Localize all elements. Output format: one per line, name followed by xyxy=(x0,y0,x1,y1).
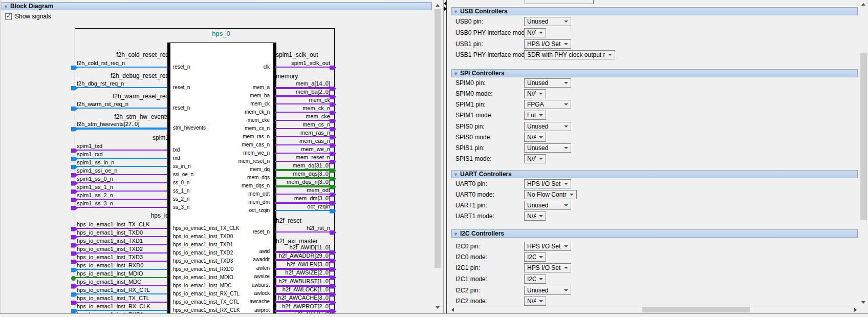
port-direction-icon xyxy=(330,250,336,255)
chevron-down-icon xyxy=(564,147,568,149)
right-scroll-down-icon[interactable] xyxy=(859,299,867,306)
param-label: SPIS0 pin: xyxy=(455,123,485,130)
port-direction-icon xyxy=(330,177,336,181)
application-window: ▾ Block Diagram ✓ Show signals hps_0 f2h… xyxy=(0,0,868,317)
block-title: hps_0 xyxy=(196,30,247,37)
signal-label: spim1_ss_0_n xyxy=(77,176,113,182)
panel-splitter[interactable] xyxy=(442,0,448,313)
port-direction-icon xyxy=(330,284,336,289)
param-dropdown[interactable]: Unused xyxy=(524,143,571,153)
right-scroll-left-icon[interactable] xyxy=(449,306,456,313)
port-direction-icon xyxy=(330,111,336,115)
port-direction-icon xyxy=(330,127,336,132)
param-label: I2C2 mode: xyxy=(455,298,487,305)
param-dropdown[interactable]: N/A xyxy=(524,154,546,163)
section-collapse-icon[interactable]: ▾ xyxy=(454,231,457,237)
right-scroll-up-icon[interactable] xyxy=(859,1,867,8)
show-signals-row: ✓ Show signals xyxy=(5,13,51,20)
param-dropdown[interactable]: N/A xyxy=(524,89,546,98)
dropdown-value: SDR with PHY clock output mode xyxy=(527,51,605,58)
section-header-uart-controllers[interactable]: ▾UART Controllers xyxy=(451,170,858,178)
signal-label: hps_io_emac1_inst_TXD3 xyxy=(77,254,143,260)
chevron-down-icon xyxy=(539,300,543,302)
signal-wire xyxy=(275,161,333,162)
port-label: txd xyxy=(173,147,180,153)
port-label: ss_0_n xyxy=(173,180,189,185)
block-diagram-header[interactable]: ▾ Block Diagram xyxy=(2,2,432,10)
signal-wire xyxy=(75,191,167,192)
param-dropdown[interactable]: N/A xyxy=(524,297,546,306)
port-label: ss_in_n xyxy=(173,163,190,169)
splitter-collapse-left-icon[interactable] xyxy=(444,2,446,6)
dropdown-value: N/A xyxy=(527,90,536,97)
signal-label: hps_io_emac1_inst_TX_CTL xyxy=(77,295,149,301)
port-label: clk xyxy=(194,64,270,70)
section-header-spi-controllers[interactable]: ▾SPI Controllers xyxy=(451,69,858,77)
port-direction-icon xyxy=(330,276,336,280)
param-label: SPIM0 mode: xyxy=(455,90,493,97)
param-dropdown[interactable]: N/A xyxy=(524,133,546,142)
chevron-down-icon xyxy=(539,256,543,258)
show-signals-checkbox[interactable]: ✓ xyxy=(5,13,12,20)
interface-group-label: f2h_debug_reset_req xyxy=(41,72,169,79)
param-dropdown[interactable]: HPS I/O Set 0 xyxy=(524,179,571,188)
signal-wire xyxy=(75,252,167,253)
partial-dropdown-top[interactable] xyxy=(525,0,594,4)
signal-wire xyxy=(275,136,333,137)
port-label: ss_3_n xyxy=(173,204,189,210)
right-vscrollbar-thumb[interactable] xyxy=(860,53,867,220)
signal-wire xyxy=(275,210,333,211)
param-dropdown[interactable]: Unused xyxy=(524,17,571,26)
param-dropdown[interactable]: I2C xyxy=(524,274,546,284)
dropdown-value: Unused xyxy=(527,79,548,87)
signal-label: hps_io_emac1_inst_TX_CLK xyxy=(77,221,149,227)
param-dropdown[interactable]: HPS I/O Set 0 xyxy=(524,263,571,272)
splitter-collapse-right-icon[interactable] xyxy=(444,7,447,11)
left-vscrollbar-thumb[interactable] xyxy=(435,9,441,268)
section-collapse-icon[interactable]: ▾ xyxy=(454,71,457,76)
port-direction-icon xyxy=(330,259,336,263)
section-collapse-icon[interactable]: ▾ xyxy=(454,172,457,177)
dropdown-value: HPS I/O Set 0 xyxy=(527,243,561,250)
chevron-down-icon xyxy=(564,125,568,128)
port-label: oct_rzqin xyxy=(194,207,270,213)
param-dropdown[interactable]: Unused xyxy=(524,201,571,210)
diagram-canvas[interactable]: hps_0 f2h_cold_reset_reqf2h_cold_rst_req… xyxy=(2,23,432,313)
section-header-usb-controllers[interactable]: ▾USB Controllers xyxy=(451,7,858,15)
param-dropdown[interactable]: N/A xyxy=(524,212,546,221)
param-dropdown[interactable]: No Flow Control xyxy=(524,190,577,199)
param-dropdown[interactable]: Full xyxy=(524,111,546,120)
right-hscrollbar-thumb[interactable] xyxy=(642,307,750,312)
chevron-down-icon xyxy=(564,103,568,105)
left-scroll-up-icon[interactable] xyxy=(433,2,441,9)
param-dropdown[interactable]: SDR with PHY clock output mode xyxy=(524,50,615,59)
dropdown-value: Unused xyxy=(527,18,548,25)
signal-wire xyxy=(75,302,167,303)
chevron-down-icon xyxy=(539,278,543,280)
section-header-i2c-controllers[interactable]: ▾I2C Controllers xyxy=(451,229,858,238)
right-scroll-right-icon[interactable] xyxy=(852,306,859,313)
section-title: USB Controllers xyxy=(460,8,508,15)
param-dropdown[interactable]: Unused xyxy=(524,286,571,295)
port-label: ssi_oe_n xyxy=(173,172,193,177)
chevron-down-icon xyxy=(539,93,543,95)
param-dropdown[interactable]: HPS I/O Set 0 xyxy=(524,39,571,49)
signal-wire xyxy=(275,67,333,68)
chevron-down-icon xyxy=(564,20,568,23)
param-label: USB1 pin: xyxy=(455,40,483,48)
signal-wire xyxy=(275,120,333,121)
dropdown-value: HPS I/O Set 0 xyxy=(527,40,561,48)
chevron-down-icon xyxy=(564,204,568,206)
param-dropdown[interactable]: I2C xyxy=(524,252,546,262)
port-direction-icon xyxy=(330,152,336,156)
param-dropdown[interactable]: Unused xyxy=(524,122,571,131)
left-scroll-down-icon[interactable] xyxy=(433,304,441,311)
collapse-arrow-icon[interactable]: ▾ xyxy=(5,4,7,9)
signal-label: spim1_ssi_oe_n xyxy=(77,167,118,174)
param-dropdown[interactable]: Unused xyxy=(524,78,571,88)
param-dropdown[interactable]: N/A xyxy=(524,28,546,37)
param-dropdown[interactable]: HPS I/O Set 0 xyxy=(524,242,571,251)
param-dropdown[interactable]: FPGA xyxy=(524,100,571,109)
dropdown-value: Unused xyxy=(527,202,548,209)
section-collapse-icon[interactable]: ▾ xyxy=(454,9,457,14)
